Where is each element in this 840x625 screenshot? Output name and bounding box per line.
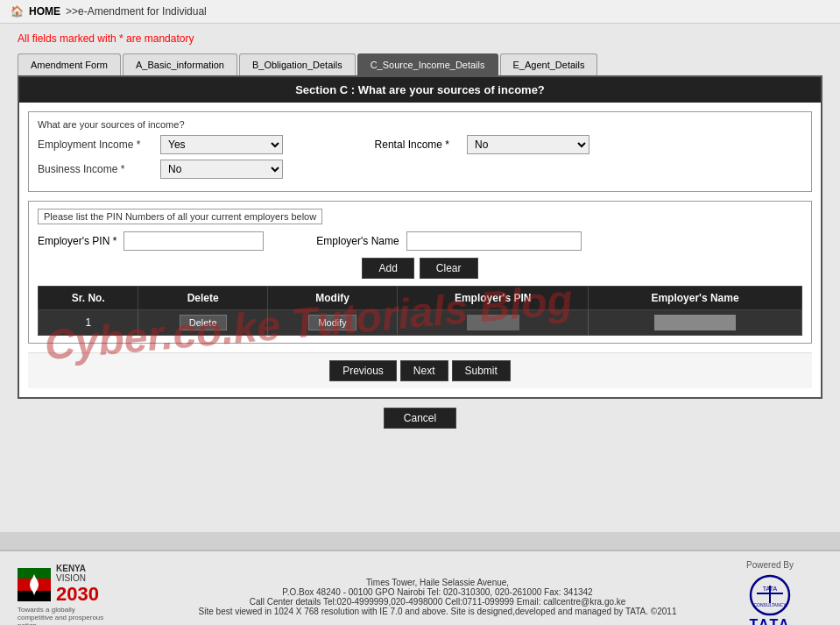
- kenya-vision-logo: KENYA VISION 2030: [18, 564, 99, 606]
- powered-by-label: Powered By: [717, 560, 822, 570]
- submit-button[interactable]: Submit: [452, 360, 511, 381]
- breadcrumb: >>e-Amendment for Individual: [66, 5, 207, 18]
- tab-obligation[interactable]: B_Obligation_Details: [239, 53, 356, 75]
- tata-name: TATA: [749, 617, 790, 625]
- svg-point-4: [30, 578, 39, 592]
- employer-pin-input[interactable]: [124, 231, 264, 251]
- tata-logo: TATA CONSULTANCY TATA: [717, 573, 822, 625]
- vision-tagline: Towards a globally competitive and prosp…: [18, 606, 105, 625]
- tab-agent[interactable]: E_Agent_Details: [500, 53, 598, 75]
- footer-site-note: Site best viewed in 1024 X 768 resolutio…: [158, 607, 717, 616]
- add-clear-buttons: Add Clear: [38, 258, 802, 279]
- business-income-label: Business Income *: [38, 163, 152, 175]
- income-sources-group: What are your sources of income? Employm…: [28, 111, 812, 192]
- footer-address1: Times Tower, Haile Selassie Avenue,: [158, 578, 717, 587]
- col-modify: Modify: [267, 287, 398, 310]
- col-employer-name: Employer's Name: [589, 287, 802, 310]
- rental-income-label: Rental Income *: [292, 138, 449, 151]
- previous-button[interactable]: Previous: [329, 360, 397, 381]
- employers-section: Please list the PIN Numbers of all your …: [28, 201, 812, 344]
- footer-callcenter: Call Center details Tel:020-4999999,020-…: [158, 597, 717, 607]
- add-button[interactable]: Add: [362, 258, 413, 279]
- clear-button[interactable]: Clear: [420, 258, 478, 279]
- mandatory-note: All fields marked with * are mandatory: [18, 32, 822, 45]
- vision-text-block: KENYA VISION 2030: [56, 564, 99, 606]
- rental-income-select[interactable]: No Yes: [467, 135, 589, 154]
- employers-table: Sr. No. Delete Modify Employer's PIN Emp…: [38, 286, 802, 336]
- vision-year: 2030: [56, 583, 99, 606]
- footer-address2: P.O.Box 48240 - 00100 GPO Nairobi Tel: 0…: [158, 587, 717, 597]
- col-delete: Delete: [138, 287, 267, 310]
- footer: KENYA VISION 2030 Towards a globally com…: [0, 550, 840, 625]
- tabs-container: Amendment Form A_Basic_information B_Obl…: [18, 53, 822, 75]
- business-income-select[interactable]: No Yes: [160, 160, 283, 179]
- nav-buttons: Previous Next Submit: [28, 352, 812, 388]
- employer-pin-label: Employer's PIN *: [38, 235, 116, 247]
- employment-income-row: Employment Income * Yes No Rental Income…: [38, 135, 802, 154]
- svg-text:CONSULTANCY: CONSULTANCY: [753, 602, 787, 607]
- row-pin: PIN: [398, 310, 589, 336]
- employer-pin-group: Employer's PIN *: [38, 231, 264, 251]
- tab-source-income[interactable]: C_Source_Income_Details: [357, 53, 498, 75]
- employer-fields: Employer's PIN * Employer's Name: [38, 231, 802, 251]
- next-button[interactable]: Next: [400, 360, 448, 381]
- cancel-row: Cancel: [18, 408, 822, 429]
- svg-rect-8: [769, 586, 771, 603]
- table-row: 1 Delete Modify PIN: [39, 310, 802, 336]
- tab-basic-info[interactable]: A_Basic_information: [123, 53, 237, 75]
- pin-hidden-value: PIN: [467, 315, 519, 330]
- section-header: Section C : What are your sources of inc…: [19, 77, 821, 103]
- home-link[interactable]: HOME: [29, 5, 60, 18]
- employer-name-group: Employer's Name: [316, 231, 581, 251]
- name-hidden-value: Name: [654, 315, 735, 330]
- footer-right: Powered By TATA CONSULTANCY TATA: [717, 560, 822, 625]
- home-icon: 🏠: [11, 5, 24, 18]
- tab-amendment-form[interactable]: Amendment Form: [18, 53, 121, 75]
- table-header-row: Sr. No. Delete Modify Employer's PIN Emp…: [39, 287, 802, 310]
- cancel-button[interactable]: Cancel: [384, 408, 456, 429]
- tata-logo-icon: TATA CONSULTANCY: [748, 573, 792, 617]
- employment-income-label: Employment Income *: [38, 138, 152, 151]
- employment-income-select[interactable]: Yes No: [160, 135, 283, 154]
- top-bar: 🏠 HOME >>e-Amendment for Individual: [0, 0, 840, 24]
- kenya-vision-logo-area: KENYA VISION 2030 Towards a globally com…: [18, 564, 158, 625]
- row-modify-cell: Modify: [267, 310, 398, 336]
- employer-name-label: Employer's Name: [316, 235, 399, 247]
- income-sources-legend: What are your sources of income?: [38, 119, 802, 130]
- row-delete-cell: Delete: [138, 310, 267, 336]
- form-panel: Section C : What are your sources of inc…: [18, 75, 822, 399]
- delete-button[interactable]: Delete: [180, 315, 227, 330]
- business-income-row: Business Income * No Yes: [38, 160, 802, 179]
- col-sr-no: Sr. No.: [39, 287, 138, 310]
- employers-legend: Please list the PIN Numbers of all your …: [38, 209, 322, 224]
- main-content: All fields marked with * are mandatory A…: [0, 24, 840, 532]
- modify-button[interactable]: Modify: [308, 315, 356, 330]
- row-name: Name: [589, 310, 802, 336]
- row-sr: 1: [39, 310, 138, 336]
- employer-name-input[interactable]: [406, 231, 582, 251]
- footer-center: Times Tower, Haile Selassie Avenue, P.O.…: [158, 578, 717, 616]
- kenya-flag-icon: [18, 568, 51, 601]
- form-body: What are your sources of income? Employm…: [19, 103, 821, 397]
- col-employer-pin: Employer's PIN: [398, 287, 589, 310]
